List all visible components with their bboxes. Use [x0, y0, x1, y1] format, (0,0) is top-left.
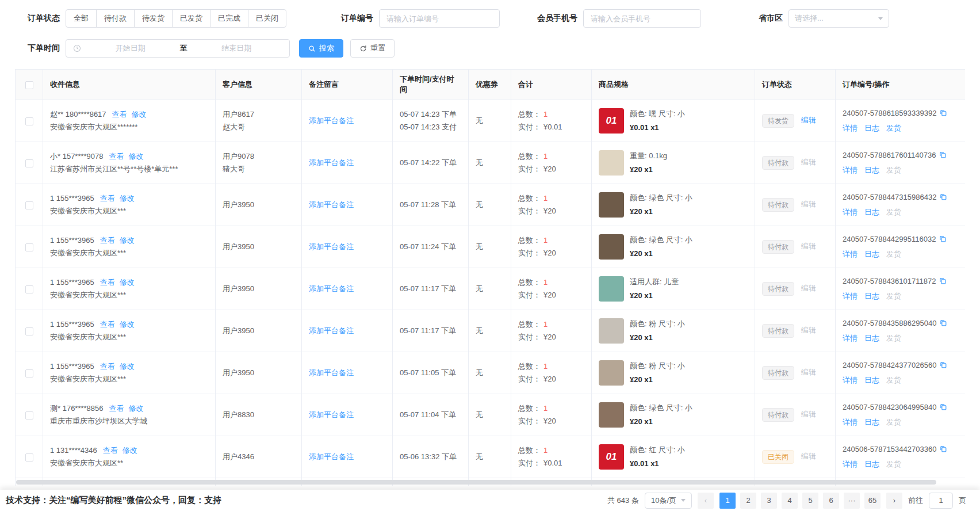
edit-order-link[interactable]: 编辑	[801, 242, 816, 250]
row-checkbox[interactable]	[25, 159, 33, 167]
prev-page-button[interactable]: ‹	[698, 493, 714, 509]
search-button[interactable]: 搜索	[299, 39, 343, 58]
status-filter-button-5[interactable]: 已关闭	[248, 9, 286, 28]
order-detail-link[interactable]: 详情	[843, 292, 858, 300]
order-log-link[interactable]: 日志	[864, 166, 879, 174]
add-platform-note-link[interactable]: 添加平台备注	[309, 284, 354, 293]
view-recipient-link[interactable]: 查看	[100, 236, 115, 245]
modify-recipient-link[interactable]: 修改	[120, 194, 135, 203]
copy-icon[interactable]	[939, 192, 947, 205]
modify-recipient-link[interactable]: 修改	[120, 236, 135, 245]
region-select[interactable]: 请选择...	[788, 9, 889, 28]
page-size-select[interactable]: 10条/页	[645, 493, 692, 509]
copy-icon[interactable]	[939, 276, 947, 289]
view-recipient-link[interactable]: 查看	[109, 404, 124, 413]
row-checkbox[interactable]	[25, 243, 33, 251]
ship-link[interactable]: 发货	[886, 208, 901, 216]
add-platform-note-link[interactable]: 添加平台备注	[309, 452, 354, 461]
order-log-link[interactable]: 日志	[864, 460, 879, 468]
status-filter-button-4[interactable]: 已完成	[210, 9, 248, 28]
ship-link[interactable]: 发货	[886, 124, 901, 132]
order-log-link[interactable]: 日志	[864, 292, 879, 300]
horizontal-scrollbar-thumb[interactable]	[16, 480, 936, 485]
modify-recipient-link[interactable]: 修改	[122, 446, 137, 455]
edit-order-link[interactable]: 编辑	[801, 116, 816, 124]
order-log-link[interactable]: 日志	[864, 418, 879, 426]
order-detail-link[interactable]: 详情	[843, 376, 858, 384]
order-detail-link[interactable]: 详情	[843, 250, 858, 258]
ship-link[interactable]: 发货	[886, 250, 901, 258]
status-filter-button-3[interactable]: 已发货	[172, 9, 210, 28]
view-recipient-link[interactable]: 查看	[103, 446, 118, 455]
ship-link[interactable]: 发货	[886, 292, 901, 300]
status-filter-button-2[interactable]: 待发货	[134, 9, 173, 28]
order-detail-link[interactable]: 详情	[843, 334, 858, 342]
order-log-link[interactable]: 日志	[864, 250, 879, 258]
order-log-link[interactable]: 日志	[864, 124, 879, 132]
add-platform-note-link[interactable]: 添加平台备注	[309, 158, 354, 167]
edit-order-link[interactable]: 编辑	[801, 158, 816, 166]
order-detail-link[interactable]: 详情	[843, 418, 858, 426]
order-log-link[interactable]: 日志	[864, 334, 879, 342]
copy-icon[interactable]	[939, 444, 947, 457]
page-button-2[interactable]: 2	[740, 493, 756, 509]
more-pages-button[interactable]: ···	[844, 493, 860, 509]
ship-link[interactable]: 发货	[886, 460, 901, 468]
view-recipient-link[interactable]: 查看	[100, 278, 115, 287]
row-checkbox[interactable]	[25, 327, 33, 335]
row-checkbox[interactable]	[25, 369, 33, 377]
edit-order-link[interactable]: 编辑	[801, 410, 816, 418]
edit-order-link[interactable]: 编辑	[801, 326, 816, 334]
view-recipient-link[interactable]: 查看	[109, 152, 124, 161]
edit-order-link[interactable]: 编辑	[801, 452, 816, 460]
ship-link[interactable]: 发货	[886, 166, 901, 174]
modify-recipient-link[interactable]: 修改	[132, 110, 147, 119]
order-log-link[interactable]: 日志	[864, 376, 879, 384]
page-button-4[interactable]: 4	[782, 493, 798, 509]
row-checkbox[interactable]	[25, 117, 33, 125]
order-detail-link[interactable]: 详情	[843, 460, 858, 468]
row-checkbox[interactable]	[25, 411, 33, 420]
page-button-1[interactable]: 1	[719, 493, 736, 509]
copy-icon[interactable]	[939, 108, 947, 121]
modify-recipient-link[interactable]: 修改	[120, 320, 135, 329]
next-page-button[interactable]: ›	[886, 493, 902, 509]
add-platform-note-link[interactable]: 添加平台备注	[309, 410, 354, 419]
status-filter-button-1[interactable]: 待付款	[96, 9, 135, 28]
view-recipient-link[interactable]: 查看	[100, 194, 115, 203]
modify-recipient-link[interactable]: 修改	[120, 278, 135, 287]
row-checkbox[interactable]	[25, 285, 33, 293]
row-checkbox[interactable]	[25, 201, 33, 209]
order-log-link[interactable]: 日志	[864, 208, 879, 216]
copy-icon[interactable]	[939, 360, 947, 373]
order-no-input[interactable]	[379, 9, 500, 28]
page-button-6[interactable]: 6	[823, 493, 839, 509]
reset-button[interactable]: 重置	[350, 39, 395, 58]
modify-recipient-link[interactable]: 修改	[120, 362, 135, 371]
ship-link[interactable]: 发货	[886, 418, 901, 426]
page-button-65[interactable]: 65	[864, 493, 881, 509]
add-platform-note-link[interactable]: 添加平台备注	[309, 326, 354, 335]
add-platform-note-link[interactable]: 添加平台备注	[309, 116, 354, 125]
phone-input[interactable]	[583, 9, 701, 28]
order-detail-link[interactable]: 详情	[843, 208, 858, 216]
order-detail-link[interactable]: 详情	[843, 124, 858, 132]
view-recipient-link[interactable]: 查看	[100, 320, 115, 329]
view-recipient-link[interactable]: 查看	[100, 362, 115, 371]
row-checkbox[interactable]	[25, 453, 33, 462]
modify-recipient-link[interactable]: 修改	[129, 152, 144, 161]
goto-page-input[interactable]	[929, 493, 953, 509]
edit-order-link[interactable]: 编辑	[801, 368, 816, 376]
date-range-picker[interactable]: 开始日期 至 结束日期	[66, 39, 290, 58]
status-filter-button-0[interactable]: 全部	[66, 9, 97, 28]
add-platform-note-link[interactable]: 添加平台备注	[309, 242, 354, 251]
edit-order-link[interactable]: 编辑	[801, 200, 816, 208]
copy-icon[interactable]	[939, 318, 947, 331]
view-recipient-link[interactable]: 查看	[112, 110, 127, 119]
select-all-checkbox[interactable]	[25, 81, 33, 89]
ship-link[interactable]: 发货	[886, 334, 901, 342]
modify-recipient-link[interactable]: 修改	[129, 404, 144, 413]
add-platform-note-link[interactable]: 添加平台备注	[309, 368, 354, 377]
copy-icon[interactable]	[939, 402, 947, 415]
page-button-5[interactable]: 5	[802, 493, 818, 509]
